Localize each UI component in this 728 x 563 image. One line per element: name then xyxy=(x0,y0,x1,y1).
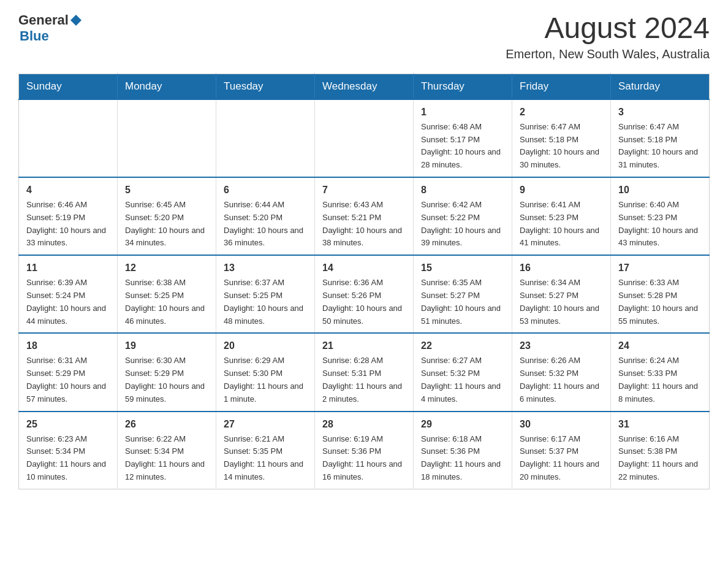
day-number: 20 xyxy=(224,339,307,353)
day-number: 15 xyxy=(421,261,504,275)
day-info: Sunrise: 6:40 AMSunset: 5:23 PMDaylight:… xyxy=(618,199,702,250)
calendar-week-5: 25Sunrise: 6:23 AMSunset: 5:34 PMDayligh… xyxy=(19,412,710,489)
day-number: 8 xyxy=(421,183,504,197)
day-info: Sunrise: 6:35 AMSunset: 5:27 PMDaylight:… xyxy=(421,277,504,327)
day-number: 25 xyxy=(26,417,110,432)
calendar-cell-week3-day4: 14Sunrise: 6:36 AMSunset: 5:26 PMDayligh… xyxy=(315,255,414,333)
day-number: 12 xyxy=(125,261,208,275)
day-info: Sunrise: 6:19 AMSunset: 5:36 PMDaylight:… xyxy=(322,433,406,484)
calendar-cell-week3-day5: 15Sunrise: 6:35 AMSunset: 5:27 PMDayligh… xyxy=(414,255,512,333)
day-info: Sunrise: 6:30 AMSunset: 5:29 PMDaylight:… xyxy=(125,354,208,405)
day-info: Sunrise: 6:17 AMSunset: 5:37 PMDaylight:… xyxy=(520,433,603,484)
logo-blue: Blue xyxy=(20,28,49,44)
day-number: 6 xyxy=(224,183,307,197)
calendar-cell-week2-day2: 5Sunrise: 6:45 AMSunset: 5:20 PMDaylight… xyxy=(118,177,216,255)
calendar-cell-week4-day5: 22Sunrise: 6:27 AMSunset: 5:32 PMDayligh… xyxy=(414,333,512,411)
calendar-header-sunday: Sunday xyxy=(19,74,118,99)
day-info: Sunrise: 6:44 AMSunset: 5:20 PMDaylight:… xyxy=(224,199,307,250)
calendar-cell-week3-day6: 16Sunrise: 6:34 AMSunset: 5:27 PMDayligh… xyxy=(512,255,611,333)
calendar-week-1: 1Sunrise: 6:48 AMSunset: 5:17 PMDaylight… xyxy=(19,99,710,177)
day-info: Sunrise: 6:31 AMSunset: 5:29 PMDaylight:… xyxy=(26,354,110,405)
day-info: Sunrise: 6:43 AMSunset: 5:21 PMDaylight:… xyxy=(322,199,406,250)
calendar-cell-week1-day4 xyxy=(315,99,414,177)
day-number: 24 xyxy=(618,339,702,353)
day-info: Sunrise: 6:23 AMSunset: 5:34 PMDaylight:… xyxy=(26,433,110,484)
day-number: 16 xyxy=(520,261,603,275)
day-info: Sunrise: 6:45 AMSunset: 5:20 PMDaylight:… xyxy=(125,199,208,250)
day-info: Sunrise: 6:36 AMSunset: 5:26 PMDaylight:… xyxy=(322,277,406,327)
calendar-header-monday: Monday xyxy=(118,74,216,99)
calendar-cell-week3-day1: 11Sunrise: 6:39 AMSunset: 5:24 PMDayligh… xyxy=(19,255,118,333)
logo: General Blue xyxy=(18,12,82,44)
calendar-cell-week5-day3: 27Sunrise: 6:21 AMSunset: 5:35 PMDayligh… xyxy=(216,412,315,489)
day-info: Sunrise: 6:28 AMSunset: 5:31 PMDaylight:… xyxy=(322,354,406,405)
day-number: 7 xyxy=(322,183,406,197)
day-info: Sunrise: 6:42 AMSunset: 5:22 PMDaylight:… xyxy=(421,199,504,250)
logo-general: General xyxy=(18,12,69,28)
calendar-cell-week3-day7: 17Sunrise: 6:33 AMSunset: 5:28 PMDayligh… xyxy=(611,255,710,333)
day-info: Sunrise: 6:39 AMSunset: 5:24 PMDaylight:… xyxy=(26,277,110,327)
calendar-table: SundayMondayTuesdayWednesdayThursdayFrid… xyxy=(18,74,710,489)
calendar-week-2: 4Sunrise: 6:46 AMSunset: 5:19 PMDaylight… xyxy=(19,177,710,255)
day-info: Sunrise: 6:37 AMSunset: 5:25 PMDaylight:… xyxy=(224,277,307,327)
calendar-cell-week4-day4: 21Sunrise: 6:28 AMSunset: 5:31 PMDayligh… xyxy=(315,333,414,411)
calendar-cell-week3-day2: 12Sunrise: 6:38 AMSunset: 5:25 PMDayligh… xyxy=(118,255,216,333)
day-number: 2 xyxy=(520,105,603,120)
day-number: 31 xyxy=(618,417,702,432)
day-info: Sunrise: 6:33 AMSunset: 5:28 PMDaylight:… xyxy=(618,277,702,327)
calendar-cell-week5-day4: 28Sunrise: 6:19 AMSunset: 5:36 PMDayligh… xyxy=(315,412,414,489)
calendar-cell-week3-day3: 13Sunrise: 6:37 AMSunset: 5:25 PMDayligh… xyxy=(216,255,315,333)
day-info: Sunrise: 6:22 AMSunset: 5:34 PMDaylight:… xyxy=(125,433,208,484)
day-number: 27 xyxy=(224,417,307,432)
calendar-cell-week5-day7: 31Sunrise: 6:16 AMSunset: 5:38 PMDayligh… xyxy=(611,412,710,489)
day-number: 13 xyxy=(224,261,307,275)
calendar-cell-week4-day7: 24Sunrise: 6:24 AMSunset: 5:33 PMDayligh… xyxy=(611,333,710,411)
calendar-week-3: 11Sunrise: 6:39 AMSunset: 5:24 PMDayligh… xyxy=(19,255,710,333)
day-number: 23 xyxy=(520,339,603,353)
calendar-cell-week5-day5: 29Sunrise: 6:18 AMSunset: 5:36 PMDayligh… xyxy=(414,412,512,489)
month-title: August 2024 xyxy=(506,12,710,45)
calendar-cell-week1-day5: 1Sunrise: 6:48 AMSunset: 5:17 PMDaylight… xyxy=(414,99,512,177)
calendar-cell-week4-day2: 19Sunrise: 6:30 AMSunset: 5:29 PMDayligh… xyxy=(118,333,216,411)
calendar-cell-week5-day1: 25Sunrise: 6:23 AMSunset: 5:34 PMDayligh… xyxy=(19,412,118,489)
day-info: Sunrise: 6:16 AMSunset: 5:38 PMDaylight:… xyxy=(618,433,702,484)
day-info: Sunrise: 6:41 AMSunset: 5:23 PMDaylight:… xyxy=(520,199,603,250)
page-header: General Blue August 2024 Emerton, New So… xyxy=(18,12,710,61)
day-info: Sunrise: 6:46 AMSunset: 5:19 PMDaylight:… xyxy=(26,199,110,250)
calendar-header-friday: Friday xyxy=(512,74,611,99)
day-number: 26 xyxy=(125,417,208,432)
day-number: 11 xyxy=(26,261,110,275)
calendar-cell-week5-day6: 30Sunrise: 6:17 AMSunset: 5:37 PMDayligh… xyxy=(512,412,611,489)
location-title: Emerton, New South Wales, Australia xyxy=(506,47,710,61)
calendar-cell-week1-day1 xyxy=(19,99,118,177)
calendar-header-thursday: Thursday xyxy=(414,74,512,99)
calendar-cell-week2-day5: 8Sunrise: 6:42 AMSunset: 5:22 PMDaylight… xyxy=(414,177,512,255)
day-info: Sunrise: 6:48 AMSunset: 5:17 PMDaylight:… xyxy=(421,121,504,172)
calendar-cell-week5-day2: 26Sunrise: 6:22 AMSunset: 5:34 PMDayligh… xyxy=(118,412,216,489)
day-info: Sunrise: 6:26 AMSunset: 5:32 PMDaylight:… xyxy=(520,354,603,405)
calendar-cell-week2-day3: 6Sunrise: 6:44 AMSunset: 5:20 PMDaylight… xyxy=(216,177,315,255)
day-number: 10 xyxy=(618,183,702,197)
day-number: 5 xyxy=(125,183,208,197)
title-section: August 2024 Emerton, New South Wales, Au… xyxy=(506,12,710,61)
day-info: Sunrise: 6:34 AMSunset: 5:27 PMDaylight:… xyxy=(520,277,603,327)
calendar-header-row: SundayMondayTuesdayWednesdayThursdayFrid… xyxy=(19,74,710,99)
day-number: 3 xyxy=(618,105,702,120)
calendar-cell-week4-day1: 18Sunrise: 6:31 AMSunset: 5:29 PMDayligh… xyxy=(19,333,118,411)
day-info: Sunrise: 6:21 AMSunset: 5:35 PMDaylight:… xyxy=(224,433,307,484)
calendar-cell-week2-day7: 10Sunrise: 6:40 AMSunset: 5:23 PMDayligh… xyxy=(611,177,710,255)
day-number: 4 xyxy=(26,183,110,197)
calendar-cell-week2-day1: 4Sunrise: 6:46 AMSunset: 5:19 PMDaylight… xyxy=(19,177,118,255)
calendar-cell-week4-day3: 20Sunrise: 6:29 AMSunset: 5:30 PMDayligh… xyxy=(216,333,315,411)
day-number: 17 xyxy=(618,261,702,275)
calendar-header-tuesday: Tuesday xyxy=(216,74,315,99)
day-number: 9 xyxy=(520,183,603,197)
day-info: Sunrise: 6:47 AMSunset: 5:18 PMDaylight:… xyxy=(618,121,702,172)
calendar-cell-week2-day4: 7Sunrise: 6:43 AMSunset: 5:21 PMDaylight… xyxy=(315,177,414,255)
calendar-cell-week2-day6: 9Sunrise: 6:41 AMSunset: 5:23 PMDaylight… xyxy=(512,177,611,255)
day-info: Sunrise: 6:29 AMSunset: 5:30 PMDaylight:… xyxy=(224,354,307,405)
calendar-cell-week1-day2 xyxy=(118,99,216,177)
day-number: 28 xyxy=(322,417,406,432)
calendar-header-saturday: Saturday xyxy=(611,74,710,99)
day-number: 14 xyxy=(322,261,406,275)
